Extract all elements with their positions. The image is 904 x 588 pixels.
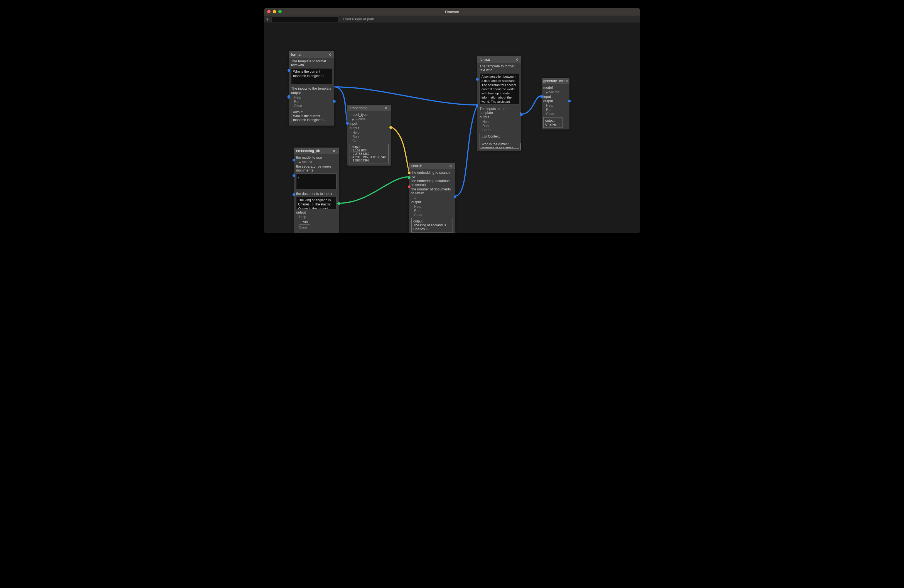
node-title: generate_text	[543, 79, 564, 83]
node-header[interactable]: embedding_db ✕	[294, 147, 339, 154]
documents-input[interactable]	[296, 197, 337, 209]
clear-button[interactable]: Clear	[294, 104, 332, 108]
node-header[interactable]: format ✕	[477, 56, 521, 63]
minimize-window-button[interactable]	[273, 10, 276, 13]
port-out-output[interactable]	[389, 126, 392, 129]
node-format-2[interactable]: format ✕ The template to format text wit…	[477, 56, 521, 151]
close-icon[interactable]: ✕	[327, 53, 332, 57]
output-label: output	[411, 200, 453, 204]
port-in-input[interactable]	[540, 95, 543, 98]
clear-button[interactable]: Clear	[299, 226, 337, 229]
scroll-indicator[interactable]	[520, 143, 521, 148]
input-label: input	[543, 95, 568, 98]
load-plugin-button[interactable]: Load Plugin at path	[341, 16, 376, 22]
clear-button[interactable]: Clear	[482, 128, 519, 132]
run-button[interactable]: Run	[482, 124, 519, 128]
close-icon[interactable]: ✕	[564, 79, 569, 83]
port-in-inputs[interactable]	[476, 104, 478, 107]
port-in-separator[interactable]	[292, 174, 295, 177]
close-icon[interactable]: ✕	[332, 149, 337, 153]
clear-button[interactable]: Clear	[352, 139, 389, 143]
database-label: the embedding database to search	[411, 179, 453, 187]
triangle-right-icon: ▶	[546, 91, 548, 94]
close-icon[interactable]: ✕	[515, 58, 519, 62]
template-input[interactable]	[291, 68, 332, 84]
model-value[interactable]: ▶Vicuna	[299, 160, 337, 164]
run-button[interactable]: Run	[546, 108, 568, 112]
separator-input[interactable]	[296, 174, 337, 189]
input-label: input	[349, 122, 389, 126]
node-header[interactable]: generate_text ✕	[542, 78, 569, 84]
help-button[interactable]: Help	[482, 120, 519, 123]
close-window-button[interactable]	[267, 10, 270, 13]
port-in-documents[interactable]	[292, 193, 295, 196]
plugin-path-input[interactable]	[272, 16, 338, 22]
port-in-template[interactable]	[476, 78, 479, 81]
port-in-model[interactable]	[292, 159, 295, 161]
help-button[interactable]: Help	[294, 95, 332, 100]
node-format-1[interactable]: format ✕ The template to format text wit…	[289, 51, 334, 126]
separator-label: the separator between documents	[296, 164, 337, 172]
port-out-output[interactable]	[337, 202, 340, 205]
run-button[interactable]: Run	[352, 135, 389, 139]
node-title: format	[480, 57, 490, 62]
node-canvas[interactable]: format ✕ The template to format text wit…	[264, 23, 640, 233]
run-button[interactable]: Run	[294, 100, 332, 104]
template-desc-label: The template to format text with	[480, 64, 519, 72]
port-in-template[interactable]	[288, 69, 290, 72]
model-label: model	[543, 86, 568, 90]
node-title: search	[411, 164, 422, 168]
close-icon[interactable]: ✕	[448, 164, 453, 168]
port-in-input[interactable]	[346, 122, 349, 125]
node-header[interactable]: embedding ✕	[347, 105, 391, 111]
titlebar[interactable]: Floneum	[264, 8, 640, 16]
template-input[interactable]	[480, 73, 519, 104]
clear-button[interactable]: Clear	[546, 112, 568, 116]
model-type-value[interactable]: ▶Vicuna	[352, 117, 389, 121]
port-in-database[interactable]	[408, 176, 411, 179]
run-button[interactable]: Run	[299, 220, 310, 224]
toolbar: ✳ Load Plugin at path	[264, 16, 640, 23]
resize-handle[interactable]	[518, 148, 521, 150]
documents-label: the documents to index	[296, 192, 337, 196]
num-label: the number of documents to return	[411, 187, 453, 195]
port-out-output[interactable]	[520, 113, 523, 116]
clear-button[interactable]: Clear	[414, 213, 453, 217]
zoom-window-button[interactable]	[278, 10, 282, 13]
help-button[interactable]: Help	[352, 131, 389, 134]
port-out-output[interactable]	[568, 100, 571, 103]
help-button[interactable]: Help	[546, 104, 568, 107]
node-header[interactable]: search ✕	[409, 163, 455, 169]
inputs-label: The inputs to the template	[480, 107, 519, 115]
port-in-num-docs[interactable]	[408, 185, 411, 188]
help-button[interactable]: Help	[299, 215, 337, 219]
output-box: output: Database: 3	[296, 231, 318, 233]
resize-handle[interactable]	[388, 163, 390, 165]
node-embedding[interactable]: embedding ✕ model_type ▶Vicuna input out…	[347, 105, 391, 166]
model-type-label: model_type	[349, 113, 389, 117]
embedding-label: the embedding to search for	[411, 171, 453, 179]
app-window: Floneum ✳ Load Plugin at path	[264, 8, 640, 233]
run-button[interactable]: Run	[414, 209, 453, 213]
node-header[interactable]: format ✕	[289, 51, 334, 58]
node-generate-text[interactable]: generate_text ✕ model ▶Vicuna input outp…	[542, 78, 569, 130]
model-value[interactable]: ▶Vicuna	[546, 90, 568, 94]
gear-icon[interactable]: ✳	[264, 17, 271, 21]
help-button[interactable]: Help	[414, 205, 453, 209]
output-label: output	[349, 126, 389, 130]
port-in-embedding[interactable]	[408, 172, 411, 174]
port-in-inputs[interactable]	[288, 95, 290, 98]
window-title: Floneum	[264, 10, 640, 14]
num-value[interactable]: 1	[414, 196, 453, 200]
output-box: ### Context Who is the current monarch i…	[480, 133, 519, 149]
resize-handle[interactable]	[452, 232, 455, 233]
port-out-output[interactable]	[333, 100, 336, 103]
template-desc-label: The template to format text with	[291, 59, 332, 67]
output-label: output	[296, 210, 337, 214]
node-search[interactable]: search ✕ the embedding to search for the…	[409, 163, 455, 233]
output-box: output: [1.1021034, -0.27834362, -1.2316…	[349, 144, 389, 163]
close-icon[interactable]: ✕	[384, 106, 389, 110]
output-label: output	[480, 115, 519, 119]
node-embedding-db[interactable]: embedding_db ✕ the model to use ▶Vicuna …	[294, 147, 339, 233]
port-out-output[interactable]	[454, 196, 457, 198]
